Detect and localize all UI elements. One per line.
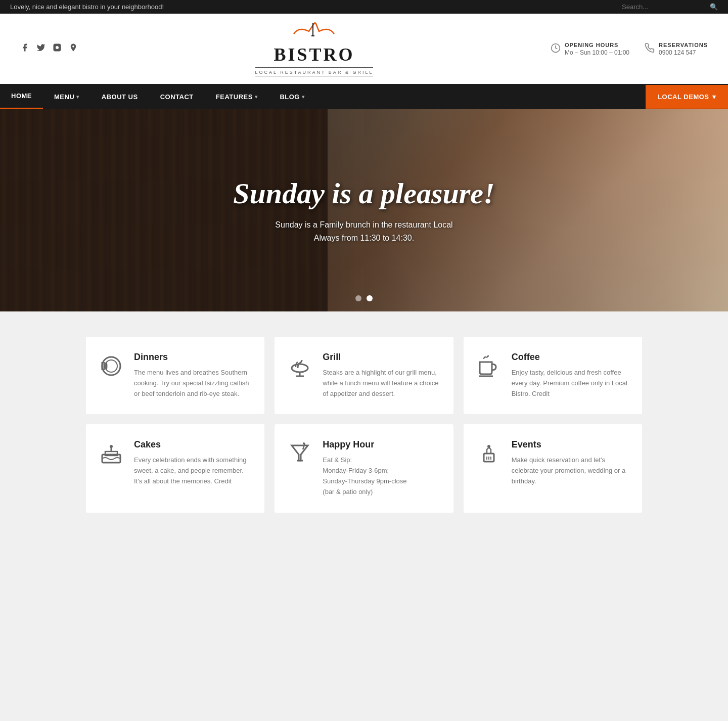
chevron-down-icon: ▾ xyxy=(76,94,79,100)
coffee-icon xyxy=(476,354,502,383)
search-icon[interactable]: 🔍 xyxy=(710,3,718,11)
card-coffee-content: Coffee Enjoy tasty, delicious and fresh … xyxy=(512,352,629,399)
logo-subtitle-area: LOCAL RESTAURANT BAR & GRILL xyxy=(255,67,374,76)
search-area[interactable]: 🔍 xyxy=(622,3,718,11)
logo: BISTRO LOCAL RESTAURANT BAR & GRILL xyxy=(255,21,374,76)
top-bar-tagline: Lovely, nice and elegant bistro in your … xyxy=(10,3,164,11)
top-bar: Lovely, nice and elegant bistro in your … xyxy=(0,0,728,14)
svg-rect-3 xyxy=(311,35,314,36)
nav-label-features: FEATURES xyxy=(216,93,253,101)
nav-item-about[interactable]: ABOUT US xyxy=(90,84,149,109)
card-dinners: Dinners The menu lives and breathes Sout… xyxy=(86,337,264,414)
svg-point-9 xyxy=(292,364,308,372)
logo-decoration xyxy=(255,21,374,44)
nav-label-blog: BLOG xyxy=(280,93,300,101)
cards-grid: Dinners The menu lives and breathes Sout… xyxy=(86,337,642,513)
nav-item-contact[interactable]: CONTACT xyxy=(149,84,205,109)
card-grill: Grill Steaks are a highlight of our gril… xyxy=(275,337,453,414)
nav-item-features[interactable]: FEATURES ▾ xyxy=(205,84,269,109)
header: BISTRO LOCAL RESTAURANT BAR & GRILL OPEN… xyxy=(0,14,728,84)
card-events-title: Events xyxy=(512,439,629,450)
hero-subtitle-line2: Always from 11:30 to 14:30. xyxy=(314,234,414,242)
grill-icon xyxy=(287,354,312,383)
local-demos-button[interactable]: LOCAL DEMOS ▾ xyxy=(646,85,728,109)
events-icon xyxy=(476,441,502,470)
reservations-value: 0900 124 547 xyxy=(659,49,708,56)
svg-point-16 xyxy=(110,445,113,448)
clock-icon xyxy=(551,43,561,56)
twitter-icon[interactable] xyxy=(36,43,46,55)
chevron-down-icon-cta: ▾ xyxy=(712,93,716,101)
nav-label-about: ABOUT US xyxy=(102,93,138,101)
hero-dot-2[interactable] xyxy=(367,295,373,301)
nav-item-home[interactable]: HOME xyxy=(0,84,43,109)
card-happy-hour-content: Happy Hour Eat & Sip: Monday-Friday 3-6p… xyxy=(323,439,406,497)
svg-point-19 xyxy=(303,442,305,444)
instagram-icon[interactable] xyxy=(53,43,62,55)
chevron-down-icon-3: ▾ xyxy=(302,94,305,100)
card-grill-text: Steaks are a highlight of our grill menu… xyxy=(323,368,440,399)
nav-item-blog[interactable]: BLOG ▾ xyxy=(268,84,315,109)
card-events: Events Make quick reservation and let's … xyxy=(464,424,642,512)
header-contact-info: OPENING HOURS Mo – Sun 10:00 – 01:00 RES… xyxy=(551,42,708,56)
card-dinners-text: The menu lives and breathes Southern coo… xyxy=(134,368,252,399)
card-happy-hour: Happy Hour Eat & Sip: Monday-Friday 3-6p… xyxy=(275,424,453,512)
logo-text: BISTRO xyxy=(255,44,374,65)
nav-label-home: HOME xyxy=(11,92,32,100)
chevron-down-icon-2: ▾ xyxy=(255,94,258,100)
card-happy-hour-title: Happy Hour xyxy=(323,439,406,450)
card-events-text: Make quick reservation and let's celebra… xyxy=(512,455,629,486)
nav-items: HOME MENU ▾ ABOUT US CONTACT FEATURES ▾ … xyxy=(0,84,646,109)
card-happy-hour-text: Eat & Sip: Monday-Friday 3-6pm; Sunday-T… xyxy=(323,455,406,497)
hero-title: Sunday is a pleasure! xyxy=(233,176,494,210)
facebook-icon[interactable] xyxy=(20,43,29,55)
social-links xyxy=(20,43,78,55)
nav-label-menu: MENU xyxy=(54,93,74,101)
card-coffee-text: Enjoy tasty, delicious and fresh coffee … xyxy=(512,368,629,399)
card-coffee-title: Coffee xyxy=(512,352,629,363)
main-nav: HOME MENU ▾ ABOUT US CONTACT FEATURES ▾ … xyxy=(0,84,728,109)
card-dinners-title: Dinners xyxy=(134,352,252,363)
nav-item-menu[interactable]: MENU ▾ xyxy=(43,84,90,109)
hero-dots xyxy=(355,295,373,301)
card-coffee: Coffee Enjoy tasty, delicious and fresh … xyxy=(464,337,642,414)
hero-subtitle: Sunday is a Family brunch in the restaur… xyxy=(233,218,494,244)
card-grill-content: Grill Steaks are a highlight of our gril… xyxy=(323,352,440,399)
logo-sub-text: LOCAL RESTAURANT BAR & GRILL xyxy=(255,70,374,75)
opening-hours-value: Mo – Sun 10:00 – 01:00 xyxy=(565,49,629,56)
card-cakes: Cakes Every celebration ends with someth… xyxy=(86,424,264,512)
card-dinners-content: Dinners The menu lives and breathes Sout… xyxy=(134,352,252,399)
hero-content: Sunday is a pleasure! Sunday is a Family… xyxy=(233,176,494,244)
nav-label-contact: CONTACT xyxy=(160,93,194,101)
card-cakes-text: Every celebration ends with something sw… xyxy=(134,455,252,486)
foursquare-icon[interactable] xyxy=(69,43,78,55)
cocktail-icon xyxy=(287,441,312,470)
card-events-content: Events Make quick reservation and let's … xyxy=(512,439,629,486)
reservations: RESERVATIONS 0900 124 547 xyxy=(645,42,708,56)
cards-section: Dinners The menu lives and breathes Sout… xyxy=(0,311,728,538)
cake-icon xyxy=(99,441,124,470)
opening-hours-label: OPENING HOURS xyxy=(565,42,629,48)
card-cakes-content: Cakes Every celebration ends with someth… xyxy=(134,439,252,486)
hero-section: Sunday is a pleasure! Sunday is a Family… xyxy=(0,109,728,311)
search-input[interactable] xyxy=(622,3,707,11)
hero-subtitle-line1: Sunday is a Family brunch in the restaur… xyxy=(275,220,452,229)
plate-icon xyxy=(99,354,124,383)
hero-dot-1[interactable] xyxy=(355,295,361,301)
local-demos-label: LOCAL DEMOS xyxy=(658,93,709,101)
reservations-label: RESERVATIONS xyxy=(659,42,708,48)
card-grill-title: Grill xyxy=(323,352,440,363)
opening-hours: OPENING HOURS Mo – Sun 10:00 – 01:00 xyxy=(551,42,629,56)
svg-point-24 xyxy=(487,445,490,448)
card-cakes-title: Cakes xyxy=(134,439,252,450)
phone-icon xyxy=(645,43,655,56)
